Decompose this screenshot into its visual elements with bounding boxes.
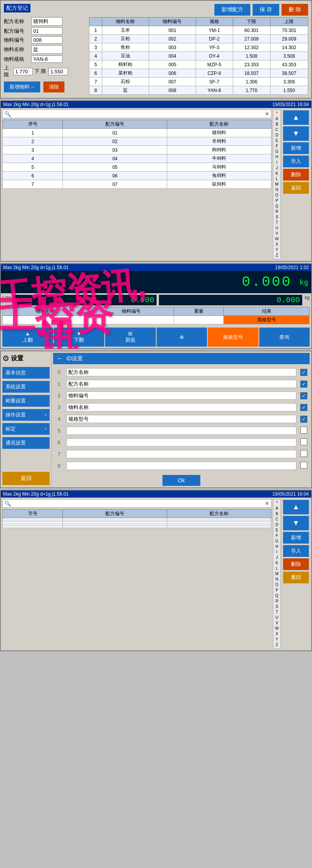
- alpha-item[interactable]: G: [273, 149, 280, 154]
- alpha-item[interactable]: L: [273, 176, 280, 182]
- alpha-item[interactable]: R: [273, 599, 280, 604]
- alpha-item[interactable]: N: [273, 577, 280, 582]
- menu-item-system[interactable]: 系统设置: [2, 381, 50, 393]
- alpha-item[interactable]: C: [273, 127, 280, 133]
- toolbar-new-btn[interactable]: ⊞ 新批: [105, 328, 156, 347]
- save-button[interactable]: 保 存: [253, 4, 279, 16]
- menu-item-comm[interactable]: 通讯设置: [2, 437, 50, 449]
- toolbar-up-btn[interactable]: ▲ 上翻: [2, 328, 53, 347]
- alpha-item[interactable]: S: [273, 604, 280, 609]
- alpha-item[interactable]: B: [273, 511, 280, 517]
- alpha-item[interactable]: F: [273, 143, 280, 149]
- alpha-item[interactable]: X: [273, 242, 280, 247]
- delete-button-2[interactable]: 删除: [283, 169, 309, 181]
- alpha-item[interactable]: A: [273, 116, 280, 122]
- alpha-item[interactable]: H: [273, 154, 280, 160]
- alpha-item[interactable]: K: [273, 171, 280, 176]
- menu-item-calibrate[interactable]: 标定 ›: [2, 423, 50, 435]
- alpha-item[interactable]: L: [273, 566, 280, 571]
- alpha-item[interactable]: T: [273, 609, 280, 615]
- formula-row[interactable]: 5 05 马饲料: [3, 163, 271, 172]
- alpha-item[interactable]: V: [273, 620, 280, 626]
- ok-button[interactable]: Ok: [162, 475, 201, 486]
- alpha-item[interactable]: Y: [273, 637, 280, 642]
- alpha-item[interactable]: Q: [273, 593, 280, 599]
- id-field[interactable]: [66, 415, 296, 423]
- id-field[interactable]: [66, 391, 296, 400]
- checkbox-checked[interactable]: ✓: [300, 381, 307, 388]
- id-field[interactable]: [66, 403, 296, 411]
- alpha-item[interactable]: W: [273, 236, 280, 242]
- formula-row[interactable]: 6 06 兔饲料: [3, 172, 271, 180]
- checkbox-unchecked[interactable]: [300, 427, 307, 434]
- back-button[interactable]: 返回: [2, 472, 50, 485]
- alpha-item[interactable]: E: [273, 528, 280, 533]
- toolbar-query-btn[interactable]: 查询: [259, 328, 310, 347]
- alpha-item[interactable]: H: [273, 544, 280, 549]
- id-field[interactable]: [66, 450, 296, 458]
- clear-button[interactable]: 清除: [43, 81, 64, 92]
- section4-search-input[interactable]: [12, 501, 263, 507]
- alpha-item[interactable]: I: [273, 549, 280, 555]
- s4-nav-down-btn[interactable]: ▼: [283, 516, 309, 530]
- delete-button[interactable]: 删 除: [282, 4, 308, 16]
- close-icon-2[interactable]: ✕: [265, 500, 269, 507]
- id-field[interactable]: [66, 380, 296, 388]
- id-field[interactable]: [66, 427, 296, 435]
- alpha-item[interactable]: C: [273, 517, 280, 522]
- id-field[interactable]: [66, 438, 296, 446]
- alpha-item[interactable]: K: [273, 560, 280, 566]
- formula-row[interactable]: 2 02 羊饲料: [3, 137, 271, 146]
- add-material-button[interactable]: 新增物料→: [4, 81, 40, 92]
- alpha-item[interactable]: R: [273, 209, 280, 214]
- checkbox-unchecked[interactable]: [300, 462, 307, 469]
- menu-item-weigh[interactable]: 称重设置: [2, 395, 50, 407]
- return-button[interactable]: 返回: [283, 182, 309, 194]
- formula-row[interactable]: 1 01 猪饲料: [3, 129, 271, 137]
- toolbar-spec-btn[interactable]: 规格型号: [208, 328, 259, 347]
- new-formula-button[interactable]: 新增配方: [214, 4, 250, 16]
- alpha-item[interactable]: X: [273, 631, 280, 637]
- alpha-item[interactable]: T: [273, 220, 280, 225]
- checkbox-checked[interactable]: ✓: [300, 392, 307, 399]
- checkbox-unchecked[interactable]: [300, 450, 307, 457]
- alpha-item[interactable]: J: [273, 165, 280, 171]
- alpha-item[interactable]: Y: [273, 247, 280, 253]
- s4-return-btn[interactable]: 重回: [283, 572, 309, 583]
- alpha-item[interactable]: D: [273, 133, 280, 138]
- s4-nav-up-btn[interactable]: ▲: [283, 500, 309, 514]
- alpha-item[interactable]: U: [273, 225, 280, 231]
- id-field[interactable]: [66, 368, 296, 376]
- toolbar-down-btn[interactable]: ▼ 下翻: [54, 328, 105, 347]
- alpha-item[interactable]: *: [273, 500, 280, 506]
- alpha-item[interactable]: J: [273, 555, 280, 560]
- alpha-item[interactable]: E: [273, 138, 280, 143]
- toolbar-misc-btn[interactable]: ⊕: [157, 328, 207, 347]
- menu-item-operation[interactable]: 操作设置 ›: [2, 409, 50, 421]
- nav-up-button[interactable]: ▲: [283, 110, 309, 125]
- checkbox-checked[interactable]: ✓: [300, 404, 307, 411]
- id-field[interactable]: [66, 462, 296, 470]
- alpha-item[interactable]: P: [273, 588, 280, 593]
- import-button[interactable]: 导入: [283, 156, 309, 167]
- alpha-item[interactable]: W: [273, 626, 280, 631]
- checkbox-checked[interactable]: ✓: [300, 416, 307, 423]
- formula-row[interactable]: 7 07 鼠饲料: [3, 180, 271, 189]
- alpha-item[interactable]: M: [273, 182, 280, 187]
- alpha-item[interactable]: V: [273, 231, 280, 236]
- add-button[interactable]: 新增: [283, 142, 309, 154]
- checkbox-unchecked[interactable]: [300, 438, 307, 445]
- close-icon[interactable]: ✕: [265, 111, 269, 117]
- checkbox-checked[interactable]: ✓: [300, 369, 307, 376]
- alpha-item[interactable]: N: [273, 187, 280, 193]
- alpha-item[interactable]: O: [273, 193, 280, 198]
- alpha-item[interactable]: G: [273, 539, 280, 544]
- alpha-item[interactable]: S: [273, 214, 280, 220]
- s4-import-btn[interactable]: 导入: [283, 545, 309, 557]
- menu-item-basic[interactable]: 基本信息: [2, 367, 50, 379]
- formula-row[interactable]: 4 04 牛饲料: [3, 154, 271, 163]
- alpha-item[interactable]: I: [273, 160, 280, 165]
- alpha-item[interactable]: B: [273, 122, 280, 127]
- nav-down-button[interactable]: ▼: [283, 126, 309, 141]
- alpha-item[interactable]: F: [273, 533, 280, 539]
